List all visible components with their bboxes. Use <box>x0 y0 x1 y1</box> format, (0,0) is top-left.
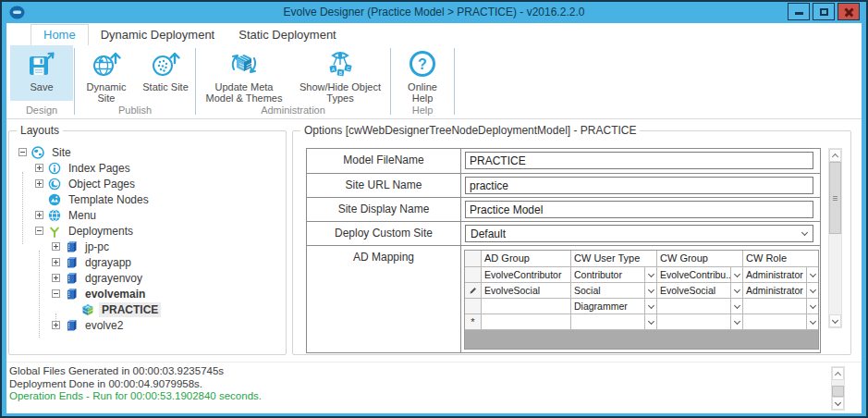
col-header-cw-group[interactable]: CW Group <box>657 251 743 266</box>
combo-dropdown-button[interactable] <box>730 299 742 314</box>
update-meta-model-button[interactable]: Update Meta Model & Themes <box>197 45 291 101</box>
tree-item-menu[interactable]: Menu <box>13 207 282 223</box>
tree-item-practice[interactable]: PRACTICE <box>13 301 282 317</box>
chevron-down-icon <box>835 399 841 405</box>
tab-home[interactable]: Home <box>31 24 89 45</box>
cw-role-cell[interactable]: Administrator <box>743 283 818 298</box>
ad-group-cell[interactable]: EvolveContributor <box>482 267 571 282</box>
tree-item-jp-pc[interactable]: jp-pc <box>13 239 282 254</box>
tab-dynamic-deployment[interactable]: Dynamic Deployment <box>89 25 227 45</box>
cw-role-cell[interactable] <box>743 299 818 314</box>
row-selector-editing[interactable] <box>465 283 482 298</box>
scroll-down-button[interactable] <box>832 397 844 410</box>
grid-row[interactable]: Diagrammer <box>465 299 818 314</box>
combo-dropdown-button[interactable] <box>644 299 656 314</box>
tree-item-evolvemain[interactable]: evolvemain <box>13 286 282 301</box>
tree-item-dgrayenvoy[interactable]: dgrayenvoy <box>13 270 282 286</box>
tree-item-label: PRACTICE <box>99 302 161 317</box>
expander-plus-icon[interactable] <box>52 258 60 266</box>
scrollbar-thumb[interactable] <box>832 386 844 397</box>
show-hide-object-types-button[interactable]: ABC Show/Hide Object Types <box>291 45 389 101</box>
grid-row[interactable]: EvolveContributor Contributor EvolveCont… <box>465 267 818 283</box>
combo-dropdown-button[interactable] <box>806 299 818 314</box>
tree-item-site[interactable]: Site <box>13 144 282 160</box>
static-site-button[interactable]: Static Site <box>137 45 194 101</box>
minimize-button[interactable] <box>788 3 810 20</box>
grid-row-new[interactable]: * <box>465 314 818 330</box>
expander-plus-icon[interactable] <box>35 211 43 219</box>
cw-role-cell[interactable] <box>743 314 818 329</box>
combo-dropdown-button[interactable] <box>644 314 656 329</box>
deploy-custom-site-value: Default <box>466 227 802 240</box>
static-site-icon <box>151 49 180 79</box>
cw-user-type-cell[interactable]: Contributor <box>571 267 657 282</box>
combo-value <box>571 314 644 329</box>
combo-dropdown-button[interactable] <box>806 283 818 298</box>
ribbon-group-label-publish: Publish <box>118 104 152 118</box>
combo-dropdown-button[interactable] <box>806 267 818 282</box>
expander-plus-icon[interactable] <box>52 321 60 329</box>
tree-item-label: evolve2 <box>82 318 126 333</box>
scrollbar-track[interactable] <box>829 234 841 314</box>
tree-item-dgrayapp[interactable]: dgrayapp <box>13 254 282 270</box>
deploy-custom-site-select[interactable]: Default <box>465 225 813 242</box>
options-scrollbar[interactable] <box>828 148 842 328</box>
expander-plus-icon[interactable] <box>52 274 60 282</box>
scroll-up-button[interactable] <box>829 149 841 162</box>
cw-group-cell[interactable] <box>657 314 743 329</box>
cw-user-type-cell[interactable]: Social <box>571 283 657 298</box>
save-button[interactable]: Save <box>10 45 73 101</box>
site-globe-icon <box>31 146 44 159</box>
cw-user-type-cell[interactable] <box>571 314 657 329</box>
scroll-down-button[interactable] <box>829 314 841 327</box>
combo-dropdown-button[interactable] <box>644 283 656 298</box>
expander-plus-icon[interactable] <box>35 164 43 172</box>
grid-row[interactable]: EvolveSocial Social EvolveSocial Adminis… <box>465 283 818 299</box>
cw-group-cell[interactable] <box>657 299 743 314</box>
row-selector-new[interactable]: * <box>465 314 482 329</box>
col-header-cw-user-type[interactable]: CW User Type <box>571 251 657 266</box>
ad-group-cell[interactable] <box>482 299 571 314</box>
combo-value: Diagrammer <box>571 299 644 314</box>
tree-item-object-pages[interactable]: Object Pages <box>13 176 282 191</box>
tab-static-deployment[interactable]: Static Deployment <box>226 25 348 45</box>
deploy-custom-site-label: Deploy Custom Site <box>307 222 461 245</box>
expander-plus-icon[interactable] <box>35 179 43 188</box>
cw-group-cell[interactable]: EvolveContribu... <box>657 267 743 282</box>
log-scrollbar[interactable] <box>831 366 845 411</box>
cw-role-cell[interactable]: Administrator <box>743 267 818 282</box>
combo-dropdown-button[interactable] <box>730 267 742 282</box>
ribbon-separator <box>74 48 75 115</box>
combo-dropdown-button[interactable] <box>730 314 742 329</box>
ad-group-cell[interactable] <box>482 314 571 329</box>
online-help-button[interactable]: ? Online Help <box>392 45 453 101</box>
combo-dropdown-button[interactable] <box>644 267 656 282</box>
tree-item-index-pages[interactable]: Index Pages <box>13 160 282 176</box>
cw-group-cell[interactable]: EvolveSocial <box>657 283 743 298</box>
maximize-button[interactable] <box>813 3 835 20</box>
row-selector[interactable] <box>465 299 482 314</box>
combo-dropdown-button[interactable] <box>806 314 818 329</box>
ribbon-group-publish: Dynamic Site Static Site <box>76 45 194 118</box>
model-filename-input[interactable] <box>465 152 813 169</box>
col-header-cw-role[interactable]: CW Role <box>743 251 818 266</box>
expander-minus-icon[interactable] <box>35 227 43 235</box>
combo-dropdown-button[interactable] <box>730 283 742 298</box>
site-display-name-input[interactable] <box>465 201 813 218</box>
col-header-ad-group[interactable]: AD Group <box>482 251 571 266</box>
scrollbar-thumb[interactable] <box>829 162 841 234</box>
close-button[interactable] <box>837 3 860 20</box>
scroll-up-button[interactable] <box>832 367 844 380</box>
cw-user-type-cell[interactable]: Diagrammer <box>571 299 657 314</box>
expander-minus-icon[interactable] <box>18 148 27 156</box>
dynamic-site-button[interactable]: Dynamic Site <box>76 45 137 101</box>
site-url-name-input[interactable] <box>465 177 813 194</box>
tree-item-deployments[interactable]: Deployments <box>13 223 282 239</box>
expander-plus-icon[interactable] <box>52 242 60 251</box>
expander-minus-icon[interactable] <box>52 289 60 298</box>
chevron-down-icon <box>832 316 838 323</box>
tree-item-template-nodes[interactable]: Template Nodes <box>13 191 282 207</box>
tree-item-evolve2[interactable]: evolve2 <box>13 317 282 333</box>
row-selector[interactable] <box>465 267 482 282</box>
ad-group-cell[interactable]: EvolveSocial <box>482 283 571 298</box>
